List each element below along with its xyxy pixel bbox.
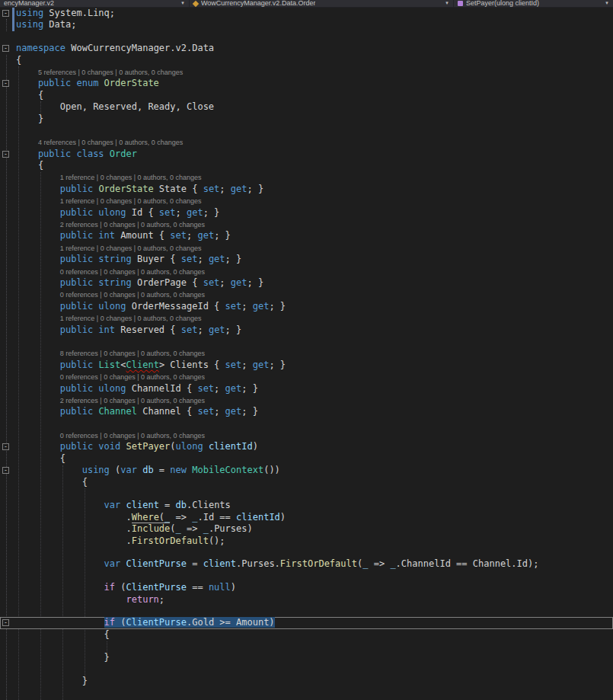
codelens-indicator[interactable]: 2 references | 0 changes | 0 authors, 0 … <box>0 395 613 406</box>
codelens-indicator[interactable]: 4 references | 0 changes | 0 authors, 0 … <box>0 136 613 148</box>
code-line: { <box>0 477 613 488</box>
code-line: .Where(_ => _.Id == clientId) <box>0 512 613 523</box>
code-line: public Channel Channel { set; get; } <box>0 406 613 417</box>
code-line: { <box>0 629 613 641</box>
code-line: .FirstOrDefault(); <box>0 535 613 547</box>
code-line: { <box>0 55 613 66</box>
code-editor[interactable]: using System.Linq;-using Data;namespace … <box>0 8 613 700</box>
code-line: .Include(_ => _.Purses) <box>0 523 613 535</box>
class-icon <box>193 0 199 6</box>
blank-line <box>0 606 613 617</box>
code-line: public class Order- <box>0 149 613 160</box>
fold-collapse-button[interactable]: - <box>2 80 9 87</box>
codelens-indicator[interactable]: 2 references | 0 changes | 0 authors, 0 … <box>0 219 613 230</box>
member-dropdown-label: SetPayer(ulong clientId) <box>466 0 539 7</box>
blank-line <box>0 571 613 582</box>
blank-line <box>0 31 613 43</box>
code-line: public int Reserved { set; get; } <box>0 324 613 336</box>
type-dropdown[interactable]: WowCurrencyManager.v2.Data.Order ▼ <box>190 0 454 7</box>
fold-collapse-button[interactable]: - <box>2 619 9 626</box>
selection-highlight: if (ClientPurse.Gold >= Amount) <box>104 617 275 628</box>
change-tracking-bar <box>12 19 14 30</box>
code-line: } <box>0 676 613 687</box>
code-line: var ClientPurse = client.Purses.FirstOrD… <box>0 558 613 570</box>
type-dropdown-label: WowCurrencyManager.v2.Data.Order <box>201 0 315 7</box>
codelens-indicator[interactable]: 1 reference | 0 changes | 0 authors, 0 c… <box>0 242 613 254</box>
code-line: using (var db = new MobileContext())- <box>0 465 613 476</box>
fold-collapse-button[interactable]: - <box>2 45 9 52</box>
code-line: public OrderState State { set; get; } <box>0 184 613 195</box>
code-line: public string Buyer { set; get; } <box>0 254 613 265</box>
change-tracking-bar <box>12 8 14 19</box>
codelens-indicator[interactable]: 8 references | 0 changes | 0 authors, 0 … <box>0 347 613 359</box>
fold-collapse-button[interactable]: - <box>2 443 9 450</box>
chevron-down-icon: ▼ <box>180 0 185 7</box>
code-line: public ulong Id { set; get; } <box>0 207 613 219</box>
codelens-indicator[interactable]: 0 references | 0 changes | 0 authors, 0 … <box>0 266 613 277</box>
codelens-indicator[interactable]: 0 references | 0 changes | 0 authors, 0 … <box>0 430 613 441</box>
code-line: public ulong ChannelId { set; get; } <box>0 383 613 395</box>
code-line: { <box>0 90 613 101</box>
blank-line <box>0 664 613 676</box>
codelens-indicator[interactable]: 0 references | 0 changes | 0 authors, 0 … <box>0 371 613 382</box>
codelens-indicator[interactable]: 1 reference | 0 changes | 0 authors, 0 c… <box>0 195 613 206</box>
code-line: if (ClientPurse.Gold >= Amount)- <box>0 617 613 628</box>
chevron-down-icon: ▼ <box>445 0 449 7</box>
blank-line <box>0 418 613 430</box>
code-line: if (ClientPurse == null) <box>0 582 613 593</box>
blank-line <box>0 547 613 558</box>
blank-line <box>0 125 613 136</box>
blank-line <box>0 488 613 500</box>
code-line: public List<Client> Clients { set; get; … <box>0 360 613 371</box>
code-line: return; <box>0 594 613 606</box>
code-line: } <box>0 652 613 663</box>
code-line: public ulong OrderMessageId { set; get; … <box>0 301 613 312</box>
code-line: { <box>0 453 613 465</box>
member-dropdown[interactable]: SetPayer(ulong clientId) ▼ <box>454 0 613 7</box>
codelens-indicator[interactable]: 1 reference | 0 changes | 0 authors, 0 c… <box>0 171 613 183</box>
codelens-indicator[interactable]: 5 references | 0 changes | 0 authors, 0 … <box>0 66 613 78</box>
code-line: { <box>0 160 613 171</box>
project-dropdown-label: encyManager.v2 <box>4 0 54 7</box>
codelens-indicator[interactable]: 1 reference | 0 changes | 0 authors, 0 c… <box>0 312 613 324</box>
blank-line <box>0 336 613 347</box>
code-line: using System.Linq;- <box>0 8 613 19</box>
code-line: using Data; <box>0 19 613 30</box>
fold-collapse-button[interactable]: - <box>2 467 9 474</box>
chevron-down-icon: ▼ <box>605 0 609 7</box>
code-line: public enum OrderState- <box>0 78 613 89</box>
navigation-bar: encyManager.v2 ▼ WowCurrencyManager.v2.D… <box>0 0 613 8</box>
blank-line <box>0 641 613 652</box>
codelens-indicator[interactable]: 0 references | 0 changes | 0 authors, 0 … <box>0 289 613 300</box>
project-dropdown[interactable]: encyManager.v2 ▼ <box>0 0 190 7</box>
code-line: Open, Reserved, Ready, Close <box>0 101 613 113</box>
fold-collapse-button[interactable]: - <box>2 10 9 17</box>
code-line: var client = db.Clients <box>0 500 613 511</box>
method-icon <box>458 1 463 6</box>
fold-collapse-button[interactable]: - <box>2 151 9 158</box>
code-line: namespace WowCurrencyManager.v2.Data- <box>0 43 613 54</box>
code-line: } <box>0 113 613 125</box>
code-line: public string OrderPage { set; get; } <box>0 277 613 289</box>
code-line: public void SetPayer(ulong clientId)- <box>0 441 613 452</box>
code-line: public int Amount { set; get; } <box>0 230 613 241</box>
